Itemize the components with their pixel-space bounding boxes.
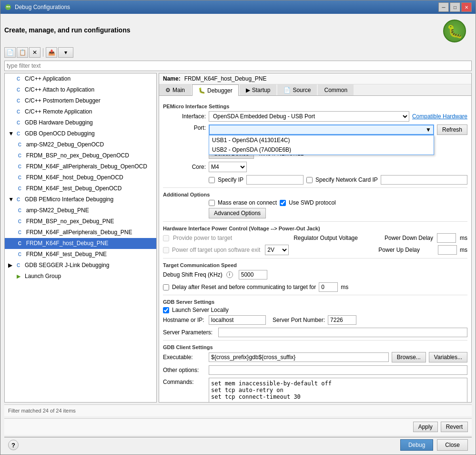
tree-label: FRDM_K64F_host_Debug_OpenOCD (26, 174, 123, 181)
c-icon: C (15, 97, 22, 105)
tree-item-cpp-app[interactable]: C C/C++ Application (5, 73, 156, 84)
browse-button[interactable]: Browse... (392, 352, 426, 362)
debug-button[interactable]: Debug (400, 439, 433, 451)
export-config-button[interactable]: 📤 (46, 47, 57, 58)
tree-item-amp-sm22-pne[interactable]: C amp-SM22_Debug_PNE (5, 205, 156, 216)
tree-item-frdm-bsp-pne[interactable]: C FRDM_BSP_no_pex_Debug_PNE (5, 216, 156, 227)
compatible-hardware-link[interactable]: Compatible Hardware (412, 113, 467, 120)
voltage-select[interactable]: 2V (265, 245, 289, 255)
tree-item-cpp-postmortem[interactable]: C C/C++ Postmortem Debugger (5, 95, 156, 106)
hostname-input[interactable] (209, 315, 266, 325)
power-off-row: Power off target upon software exit 2V P… (163, 245, 467, 255)
delete-config-button[interactable]: ✕ (29, 47, 41, 58)
commands-textarea[interactable]: set mem inaccessible-by-default off set … (209, 378, 467, 402)
tab-source[interactable]: 📄 Source (277, 84, 317, 95)
port-option-1[interactable]: USB1 - OpenSDA (41301E4C) (209, 135, 434, 145)
filter-input[interactable] (4, 61, 472, 71)
port-option-2[interactable]: USB2 - OpenSDA (7A0D0E6B) (209, 145, 434, 155)
tree-item-launch-group[interactable]: ▶ Launch Group (5, 271, 156, 281)
tree-item-frdm-k64f-test-pne[interactable]: C FRDM_K64F_test_Debug_PNE (5, 249, 156, 260)
tab-debugger[interactable]: 🐛 Debugger (192, 84, 239, 96)
mass-erase-checkbox[interactable] (209, 200, 215, 206)
tree-item-cpp-remote[interactable]: C C/C++ Remote Application (5, 106, 156, 117)
server-params-row: Server Parameters: (163, 328, 467, 337)
svg-point-1 (7, 6, 8, 8)
specify-ip-checkbox[interactable] (209, 177, 215, 183)
power-up-input[interactable] (438, 245, 457, 255)
right-panel: Name: FRDM_K64F_host_Debug_PNE ⚙ Main 🐛 … (159, 73, 472, 403)
launch-local-checkbox[interactable] (163, 307, 169, 313)
tab-common[interactable]: Common (318, 84, 354, 95)
tree-item-gdb-pemicro[interactable]: ▼ C GDB PEMicro Interface Debugging (5, 194, 156, 205)
tree-item-frdm-k64f-host-openocd[interactable]: C FRDM_K64F_host_Debug_OpenOCD (5, 172, 156, 183)
executable-row: Executable: Browse... Variables... (163, 352, 467, 362)
minimize-button[interactable]: ─ (438, 2, 449, 12)
executable-label: Executable: (163, 354, 206, 361)
tree-label: GDB Hardware Debugging (25, 119, 93, 126)
power-down-input[interactable] (437, 233, 456, 243)
core-select[interactable]: M4 (209, 162, 247, 172)
tab-main[interactable]: ⚙ Main (159, 84, 191, 95)
window-title: Debug Configurations (15, 4, 438, 10)
debugger-tab-icon: 🐛 (198, 87, 205, 94)
other-options-input[interactable] (209, 365, 467, 375)
close-button[interactable]: Close (437, 439, 468, 451)
main-tab-icon: ⚙ (165, 87, 171, 93)
tree-label: FRDM_K64F_allPeripherals_Debug_PNE (26, 229, 132, 236)
executable-input[interactable] (209, 352, 389, 362)
specify-ip-label: Specify IP (218, 176, 243, 183)
tree-label: C/C++ Postmortem Debugger (25, 97, 101, 104)
specify-ip-input[interactable] (246, 175, 304, 185)
refresh-button[interactable]: Refresh (437, 124, 467, 135)
c-icon: C (15, 86, 22, 94)
tree-item-frdm-bsp-openocd[interactable]: C FRDM_BSP_no_pex_Debug_OpenOCD (5, 150, 156, 161)
name-bar: Name: FRDM_K64F_host_Debug_PNE (159, 73, 471, 84)
c-icon: C (15, 130, 22, 138)
tree-label: Launch Group (25, 273, 61, 279)
help-button[interactable]: ? (8, 440, 19, 450)
tree-item-gdb-segger[interactable]: ▶ C GDB SEGGER J-Link Debugging (5, 260, 156, 271)
power-off-checkbox[interactable] (163, 247, 169, 253)
provide-power-checkbox[interactable] (163, 235, 169, 241)
tab-startup[interactable]: ▶ Startup (240, 84, 277, 95)
tree-item-cpp-attach[interactable]: C C/C++ Attach to Application (5, 84, 156, 95)
page-subtitle: Create, manage, and run configurations (4, 24, 131, 38)
specify-network-input[interactable] (381, 175, 467, 185)
close-window-button[interactable]: ✕ (461, 2, 472, 12)
maximize-button[interactable]: □ (450, 2, 460, 12)
port-select[interactable]: ▼ (209, 124, 434, 135)
c-icon: C (16, 174, 23, 182)
commands-label: Commands: (163, 378, 206, 385)
tree-item-frdm-k64f-host-pne[interactable]: C FRDM_K64F_host_Debug_PNE (5, 238, 156, 249)
delay-label: Delay after Reset and before communicati… (172, 284, 316, 290)
delay-checkbox[interactable] (163, 284, 169, 290)
gdb-server-header: GDB Server Settings (163, 299, 467, 305)
server-params-label: Server Parameters: (163, 329, 215, 336)
interface-select[interactable]: OpenSDA Embedded Debug - USB Port (209, 111, 409, 122)
c-icon: C (16, 228, 23, 237)
new-config-button[interactable]: 📄 (4, 47, 16, 58)
tree-item-frdm-k64f-test-openocd[interactable]: C FRDM_K64F_test_Debug_OpenOCD (5, 183, 156, 194)
tree-item-frdm-k64f-all-openocd[interactable]: C FRDM_K64F_allPeripherals_Debug_OpenOCD (5, 161, 156, 172)
freq-input[interactable] (239, 270, 267, 279)
source-tab-icon: 📄 (284, 87, 291, 93)
more-options-button[interactable]: ▾ (58, 47, 73, 58)
hostname-row: Hostname or IP: Server Port Number: (163, 315, 467, 325)
use-swd-checkbox[interactable] (280, 200, 286, 206)
advanced-options-button[interactable]: Advanced Options (209, 208, 266, 218)
delay-input[interactable] (319, 282, 338, 292)
variables-button[interactable]: Variables... (429, 352, 467, 362)
interface-label: Interface: (163, 113, 206, 120)
tree-item-gdb-hw[interactable]: C GDB Hardware Debugging (5, 117, 156, 128)
tree-item-amp-sm22[interactable]: C amp-SM22_Debug_OpenOCD (5, 139, 156, 150)
tree-item-gdb-openocd[interactable]: ▼ C GDB OpenOCD Debugging (5, 128, 156, 139)
server-params-input[interactable] (218, 328, 467, 337)
info-icon[interactable]: i (226, 271, 233, 278)
tree-item-frdm-k64f-all-pne[interactable]: C FRDM_K64F_allPeripherals_Debug_PNE (5, 227, 156, 238)
specify-network-checkbox[interactable] (306, 177, 313, 183)
delay-ms: ms (341, 284, 348, 290)
server-port-input[interactable] (328, 315, 356, 325)
apply-button[interactable]: Apply (413, 422, 438, 432)
copy-config-button[interactable]: 📋 (17, 47, 28, 58)
revert-button[interactable]: Revert (441, 422, 468, 432)
